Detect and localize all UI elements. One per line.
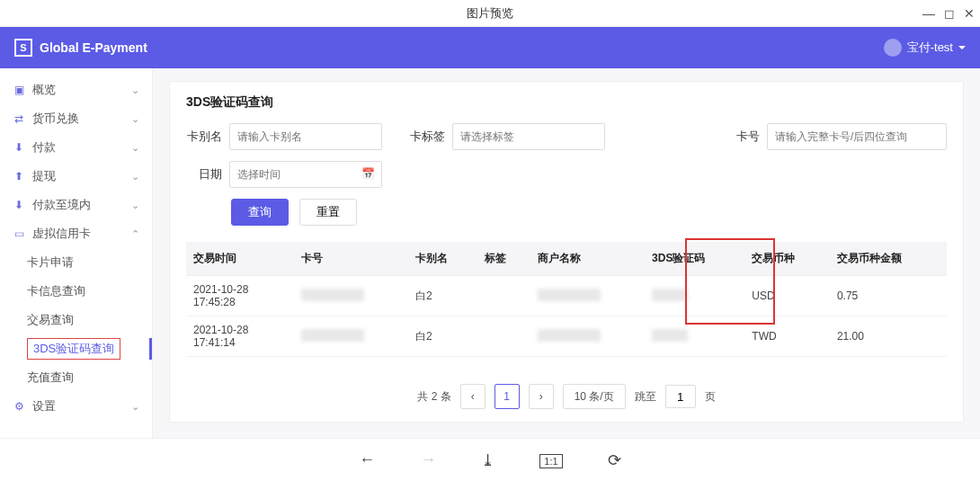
previous-icon[interactable]: ← xyxy=(359,450,375,469)
pager-prev[interactable]: ‹ xyxy=(460,384,486,409)
sidebar-item-vcard[interactable]: ▭虚拟信用卡⌃ xyxy=(0,219,152,248)
cell-cardno xyxy=(294,316,408,357)
date-picker[interactable]: 📅 xyxy=(229,161,382,188)
cell-merchant xyxy=(530,316,645,357)
user-name: 宝付-test xyxy=(907,40,953,56)
refresh-icon[interactable]: ⟳ xyxy=(608,450,621,470)
arrow-down-icon: ⬇ xyxy=(13,199,25,211)
user-menu[interactable]: 宝付-test xyxy=(884,39,966,57)
col-cardno: 卡号 xyxy=(294,242,408,276)
cell-time: 2021-10-28 17:41:14 xyxy=(186,316,294,357)
sidebar-item-exchange[interactable]: ⇄货币兑换⌄ xyxy=(0,104,152,133)
sidebar-label: 货币兑换 xyxy=(32,111,79,127)
cell-tag xyxy=(477,276,530,316)
sidebar-label: 设置 xyxy=(32,398,56,414)
logo-icon: S xyxy=(14,39,32,57)
form-group-cardno: 卡号 xyxy=(724,123,947,150)
cell-currency: TWD xyxy=(744,316,830,357)
close-icon[interactable]: ✕ xyxy=(964,6,975,21)
cardno-input[interactable] xyxy=(767,123,947,150)
card-icon: ▭ xyxy=(13,227,25,240)
col-currency: 交易币种 xyxy=(744,242,830,276)
pager-jump-suffix: 页 xyxy=(705,389,716,405)
download-icon[interactable]: ⤓ xyxy=(481,450,494,470)
sidebar-sub-transactions[interactable]: 交易查询 xyxy=(0,306,152,334)
sidebar-label: 付款 xyxy=(32,139,56,156)
page-title: 3DS验证码查询 xyxy=(186,94,947,111)
sidebar-sub-label: 3DS验证码查询 xyxy=(27,338,120,360)
pager-jump-input[interactable] xyxy=(665,385,696,408)
sidebar-label: 虚拟信用卡 xyxy=(32,226,91,242)
minimize-icon[interactable]: — xyxy=(922,6,935,21)
sidebar: ▣概览⌄ ⇄货币兑换⌄ ⬇付款⌄ ⬆提现⌄ ⬇付款至境内⌄ ▭虚拟信用卡⌃ 卡片… xyxy=(0,68,153,438)
sidebar-label: 提现 xyxy=(32,168,56,184)
pager-jump-label: 跳至 xyxy=(635,389,656,405)
cell-time: 2021-10-28 17:45:28 xyxy=(186,276,294,316)
sidebar-item-domestic[interactable]: ⬇付款至境内⌄ xyxy=(0,191,152,219)
pager-size-select[interactable]: 10 条/页 xyxy=(563,384,626,409)
alias-label: 卡别名 xyxy=(186,129,222,145)
col-amount: 交易币种金额 xyxy=(830,242,947,276)
sidebar-sub-label: 充值查询 xyxy=(27,370,74,386)
cell-tag xyxy=(477,316,530,357)
viewer-toolbar: ← → ⤓ 1:1 ⟳ xyxy=(0,438,980,481)
sidebar-item-overview[interactable]: ▣概览⌄ xyxy=(0,76,152,104)
col-tag: 标签 xyxy=(477,242,530,276)
next-icon[interactable]: → xyxy=(420,450,436,469)
main-content: 3DS验证码查询 卡别名 卡标签 卡号 日期 xyxy=(153,68,980,438)
table-header-row: 交易时间 卡号 卡别名 标签 商户名称 3DS验证码 交易币种 交易币种金额 xyxy=(186,242,947,276)
col-3dscode: 3DS验证码 xyxy=(645,242,744,276)
grid-icon: ▣ xyxy=(13,84,25,96)
exchange-icon: ⇄ xyxy=(13,112,25,125)
form-group-tag: 卡标签 xyxy=(409,123,605,150)
results-table: 交易时间 卡号 卡别名 标签 商户名称 3DS验证码 交易币种 交易币种金额 2 xyxy=(186,242,947,357)
sidebar-sub-3ds[interactable]: 3DS验证码查询 xyxy=(0,334,152,363)
chevron-down-icon: ⌄ xyxy=(131,113,139,125)
chevron-down-icon: ⌄ xyxy=(131,401,139,413)
content-card: 3DS验证码查询 卡别名 卡标签 卡号 日期 xyxy=(169,81,964,423)
redacted xyxy=(652,329,688,342)
sidebar-sub-label: 卡片申请 xyxy=(27,254,74,271)
col-time: 交易时间 xyxy=(186,242,294,276)
table-row: 2021-10-28 17:41:14 白2 TWD 21.00 xyxy=(186,316,947,357)
cell-amount: 21.00 xyxy=(830,316,947,357)
col-alias: 卡别名 xyxy=(408,242,477,276)
sidebar-sub-apply[interactable]: 卡片申请 xyxy=(0,248,152,277)
sidebar-sub-label: 卡信息查询 xyxy=(27,283,85,299)
redacted xyxy=(538,289,601,301)
filter-row-2: 日期 📅 xyxy=(186,161,947,188)
form-actions: 查询 重置 xyxy=(231,199,947,226)
sidebar-sub-cardinfo[interactable]: 卡信息查询 xyxy=(0,277,152,306)
sidebar-item-withdraw[interactable]: ⬆提现⌄ xyxy=(0,162,152,191)
window-titlebar: 图片预览 — ◻ ✕ xyxy=(0,0,980,27)
cell-3dscode xyxy=(645,276,744,316)
chevron-down-icon: ⌄ xyxy=(131,85,139,96)
brand[interactable]: S Global E-Payment xyxy=(14,39,147,57)
arrow-up-icon: ⬆ xyxy=(13,170,25,183)
cell-merchant xyxy=(530,276,645,316)
form-group-date: 日期 📅 xyxy=(186,161,382,188)
pagination: 共 2 条 ‹ 1 › 10 条/页 跳至 页 xyxy=(186,384,947,409)
pager-page-1[interactable]: 1 xyxy=(494,384,520,409)
cell-currency: USD xyxy=(744,276,830,316)
search-button[interactable]: 查询 xyxy=(231,199,289,226)
top-navbar: S Global E-Payment 宝付-test xyxy=(0,27,980,68)
maximize-icon[interactable]: ◻ xyxy=(944,6,955,21)
reset-button[interactable]: 重置 xyxy=(299,199,357,226)
gear-icon: ⚙ xyxy=(13,400,25,413)
sidebar-item-pay[interactable]: ⬇付款⌄ xyxy=(0,133,152,162)
chevron-down-icon: ⌄ xyxy=(131,142,139,154)
date-input[interactable] xyxy=(229,161,382,188)
sidebar-item-settings[interactable]: ⚙设置⌄ xyxy=(0,392,152,421)
date-label: 日期 xyxy=(186,166,222,183)
redacted xyxy=(538,329,601,342)
redacted xyxy=(301,329,364,342)
cell-amount: 0.75 xyxy=(830,276,947,316)
actual-size-icon[interactable]: 1:1 xyxy=(539,450,562,469)
chevron-down-icon: ⌄ xyxy=(131,200,139,211)
sidebar-sub-recharge[interactable]: 充值查询 xyxy=(0,363,152,392)
sidebar-label: 概览 xyxy=(32,82,56,98)
tag-input[interactable] xyxy=(452,123,605,150)
pager-next[interactable]: › xyxy=(529,384,554,409)
alias-input[interactable] xyxy=(229,123,382,150)
